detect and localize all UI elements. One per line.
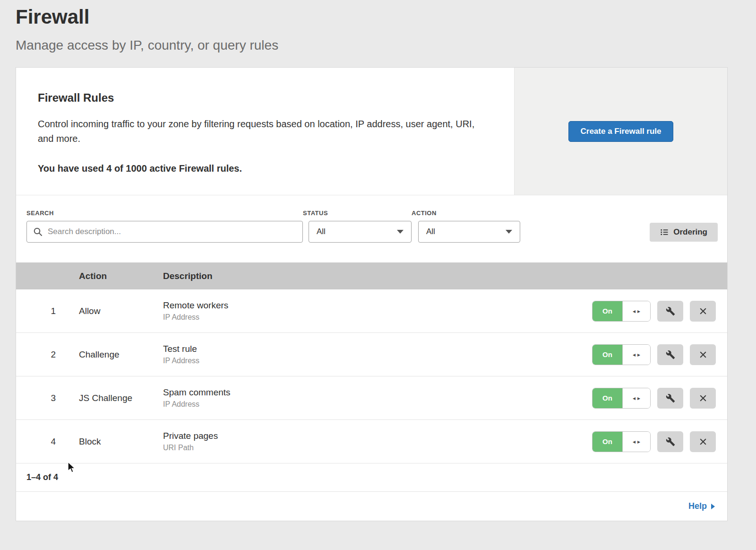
edit-rule-button[interactable] [657, 301, 683, 322]
page-subtitle: Manage access by IP, country, or query r… [16, 38, 728, 53]
edit-rule-button[interactable] [657, 431, 683, 452]
wrench-icon [666, 306, 675, 316]
status-filter: STATUS All [303, 210, 412, 243]
rule-title: Spam comments [163, 387, 592, 398]
rule-title: Private pages [163, 431, 592, 441]
status-select-value: All [317, 227, 326, 236]
wrench-icon [666, 350, 675, 359]
rule-title: Test rule [163, 344, 592, 354]
rule-type: IP Address [163, 313, 592, 322]
firewall-page: Firewall Manage access by IP, country, o… [16, 0, 728, 521]
help-link-label: Help [688, 501, 707, 511]
table-row: 3 JS Challenge Spam comments IP Address … [16, 376, 727, 420]
action-filter: ACTION All [412, 210, 520, 243]
toggle-arrows-icon: ◂▸ [622, 432, 650, 452]
rule-toggle[interactable]: On ◂▸ [592, 431, 651, 452]
ordering-icon [660, 228, 669, 236]
status-label: STATUS [303, 210, 412, 217]
action-select[interactable]: All [418, 221, 520, 243]
table-row: 2 Challenge Test rule IP Address On ◂▸ [16, 333, 727, 376]
toggle-state-label: On [593, 301, 622, 321]
close-icon [699, 394, 707, 402]
search-input[interactable] [26, 221, 303, 243]
table-header: Action Description [16, 262, 727, 289]
card-top-section: Firewall Rules Control incoming traffic … [16, 68, 727, 195]
search-icon [33, 227, 43, 236]
rule-action: Allow [79, 306, 163, 316]
action-label: ACTION [412, 210, 520, 217]
wrench-icon [666, 393, 675, 403]
rule-number: 3 [16, 393, 56, 403]
toggle-arrows-icon: ◂▸ [622, 345, 650, 365]
filters-bar: SEARCH STATUS All ACTION [16, 195, 727, 262]
card-intro: Firewall Rules Control incoming traffic … [16, 68, 514, 195]
toggle-arrows-icon: ◂▸ [622, 301, 650, 321]
chevron-down-icon [397, 230, 404, 234]
edit-rule-button[interactable] [657, 344, 683, 365]
ordering-button[interactable]: Ordering [650, 223, 718, 242]
card-title: Firewall Rules [38, 91, 495, 105]
firewall-rules-card: Firewall Rules Control incoming traffic … [16, 67, 728, 521]
ordering-button-label: Ordering [673, 227, 707, 237]
rule-number: 4 [16, 437, 56, 447]
rule-description: Private pages URI Path [163, 431, 592, 452]
delete-rule-button[interactable] [690, 344, 716, 365]
help-bar: Help [16, 492, 727, 521]
pagination-text: 1–4 of 4 [26, 472, 58, 482]
delete-rule-button[interactable] [690, 301, 716, 322]
usage-text: You have used 4 of 1000 active Firewall … [38, 163, 495, 174]
column-action: Action [79, 271, 163, 281]
card-action-panel: Create a Firewall rule [514, 68, 727, 195]
toggle-arrows-icon: ◂▸ [622, 388, 650, 408]
search-input-wrap [26, 221, 303, 243]
edit-rule-button[interactable] [657, 388, 683, 409]
action-select-value: All [426, 227, 435, 236]
search-label: SEARCH [26, 210, 303, 217]
help-arrow-icon [711, 504, 715, 509]
toggle-state-label: On [593, 388, 622, 408]
toggle-state-label: On [593, 345, 622, 365]
rule-description: Spam comments IP Address [163, 387, 592, 409]
pagination-bar: 1–4 of 4 [16, 463, 727, 492]
chevron-down-icon [506, 230, 512, 234]
help-link[interactable]: Help [688, 501, 715, 511]
delete-rule-button[interactable] [690, 431, 716, 452]
rule-action: JS Challenge [79, 393, 163, 403]
rule-number: 2 [16, 349, 56, 360]
delete-rule-button[interactable] [690, 388, 716, 409]
rule-toggle[interactable]: On ◂▸ [592, 388, 651, 409]
toggle-state-label: On [593, 432, 622, 452]
rule-type: URI Path [163, 444, 592, 452]
rule-action: Block [79, 437, 163, 447]
column-description: Description [163, 271, 727, 281]
rule-type: IP Address [163, 357, 592, 365]
search-filter: SEARCH [26, 210, 303, 243]
rule-toggle[interactable]: On ◂▸ [592, 344, 651, 365]
page-title: Firewall [16, 0, 728, 28]
table-row: 4 Block Private pages URI Path On ◂▸ [16, 420, 727, 463]
rule-toggle[interactable]: On ◂▸ [592, 301, 651, 322]
table-row: 1 Allow Remote workers IP Address On ◂▸ [16, 289, 727, 333]
rule-controls: On ◂▸ [592, 344, 727, 365]
rule-description: Test rule IP Address [163, 344, 592, 365]
rule-type: IP Address [163, 400, 592, 409]
rule-action: Challenge [79, 349, 163, 360]
rule-controls: On ◂▸ [592, 431, 727, 452]
close-icon [699, 437, 707, 446]
card-description: Control incoming traffic to your zone by… [38, 117, 487, 146]
rule-description: Remote workers IP Address [163, 300, 592, 322]
rule-title: Remote workers [163, 300, 592, 311]
rule-controls: On ◂▸ [592, 388, 727, 409]
rule-controls: On ◂▸ [592, 301, 727, 322]
wrench-icon [666, 437, 675, 446]
close-icon [699, 307, 707, 315]
rule-number: 1 [16, 306, 56, 316]
status-select[interactable]: All [309, 221, 412, 243]
create-firewall-rule-button[interactable]: Create a Firewall rule [568, 121, 673, 142]
close-icon [699, 350, 707, 359]
